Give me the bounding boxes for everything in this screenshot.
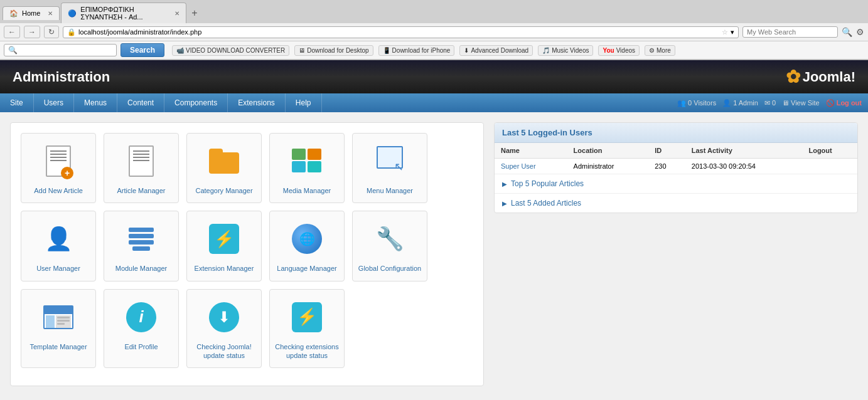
nav-messages[interactable]: ✉ 0 <box>764 99 776 107</box>
nav-extensions[interactable]: Extensions <box>228 93 286 112</box>
refresh-button[interactable]: ↻ <box>44 26 59 38</box>
admin-header: Administration ✿ Joomla! <box>0 60 868 93</box>
user-logout-cell <box>802 159 857 174</box>
tab-home-label: Home <box>22 9 40 17</box>
media-manager-icon-box <box>287 141 327 181</box>
addon-videos[interactable]: You Videos <box>598 45 640 56</box>
add-new-article-icon[interactable]: + Add New Article <box>21 133 96 203</box>
footer: Joomla! 2.5.9 Joomla!® is free software … <box>0 396 868 400</box>
menu-screen-icon: ↖ <box>375 146 405 176</box>
icon-grid: + Add New Article Article Manager <box>10 122 484 386</box>
user-manager-label: User Manager <box>36 264 80 273</box>
addon-desktop[interactable]: 🖥 Download for Desktop <box>294 45 373 56</box>
media-manager-label: Media Manager <box>283 186 331 195</box>
language-manager-icon[interactable]: 🌐 Language Manager <box>269 211 345 281</box>
global-configuration-icon[interactable]: 🔧 Global Configuration <box>352 211 427 281</box>
tab-home[interactable]: 🏠 Home ✕ <box>3 6 60 20</box>
nav-view-site[interactable]: 🖥 View Site <box>782 99 820 107</box>
nav-menus[interactable]: Menus <box>74 93 117 112</box>
user-name-cell[interactable]: Super User <box>495 159 567 174</box>
browser-search-input[interactable] <box>747 28 833 36</box>
media-grid-icon <box>292 149 322 174</box>
last-added-articles-label: Last 5 Added Articles <box>511 199 581 208</box>
youtube-icon: You <box>603 47 614 54</box>
logged-users-header: Last 5 Logged-in Users <box>495 123 857 143</box>
admin-count-label: 1 Admin <box>733 99 758 107</box>
language-manager-icon-box: 🌐 <box>287 219 327 259</box>
addon-advanced[interactable]: ⬇ Advanced Download <box>459 45 533 56</box>
edit-profile-icon[interactable]: i Edit Profile <box>104 289 179 369</box>
addon-more-label: More <box>656 47 671 54</box>
nav-components[interactable]: Components <box>164 93 228 112</box>
lightning-icon: ⚡ <box>209 224 239 254</box>
tab-bar: 🏠 Home ✕ 🔵 ΕΠΙΜΟΡΦΩΤΙΚΗ ΣΥΝΑΝΤΗΣΗ - Ad..… <box>0 0 868 23</box>
user-manager-icon[interactable]: 👤 User Manager <box>21 211 96 281</box>
nav-site[interactable]: Site <box>0 93 34 112</box>
wrench-icon: 🔧 <box>376 226 404 252</box>
addon-iphone[interactable]: 📱 Download for iPhone <box>378 45 455 56</box>
top-popular-articles-label: Top 5 Popular Articles <box>511 179 584 188</box>
menu-manager-icon-box: ↖ <box>370 141 410 181</box>
addon-more[interactable]: ⚙ More <box>645 45 675 56</box>
last-added-articles-row[interactable]: ▶ Last 5 Added Articles <box>495 194 857 213</box>
messages-icon: ✉ <box>764 99 770 107</box>
bookmark-down-icon[interactable]: ▾ <box>731 28 734 36</box>
page-search-input[interactable] <box>20 46 112 54</box>
browser-search-button[interactable]: 🔍 <box>842 27 852 37</box>
chevron-right-icon: ▶ <box>502 181 507 187</box>
tab-joomla-favicon: 🔵 <box>68 9 77 18</box>
article-manager-label: Article Manager <box>117 186 165 195</box>
addon-videos-label: Videos <box>616 47 635 54</box>
messages-count: 0 <box>772 99 776 107</box>
joomla-admin: Administration ✿ Joomla! Site Users Menu… <box>0 60 868 400</box>
video-icon: 📹 <box>176 47 184 54</box>
table-row: Super User Administrator 230 2013-03-30 … <box>495 159 857 174</box>
adv-icon: ⬇ <box>464 47 469 54</box>
browser-settings-button[interactable]: ⚙ <box>856 27 864 37</box>
check-extensions-icon-box: ⚡ <box>287 297 327 337</box>
nav-logout[interactable]: 🚫 Log out <box>826 99 862 107</box>
menu-manager-icon[interactable]: ↖ Menu Manager <box>352 133 427 203</box>
tab-joomla-close[interactable]: ✕ <box>174 10 179 17</box>
addon-video-converter[interactable]: 📹 VIDEO DOWNLOAD CONVERTER <box>172 45 289 56</box>
addon-music[interactable]: 🎵 Music Videos <box>538 45 593 56</box>
view-site-icon: 🖥 <box>782 99 789 107</box>
nav-help[interactable]: Help <box>286 93 322 112</box>
back-button[interactable]: ← <box>4 26 20 38</box>
tab-home-close[interactable]: ✕ <box>48 10 53 17</box>
nav-visitors: 👥 0 Visitors <box>677 99 716 107</box>
bookmark-icon[interactable]: ☆ <box>722 28 728 36</box>
icon-row-1: + Add New Article Article Manager <box>21 133 473 203</box>
addon-music-label: Music Videos <box>552 47 589 54</box>
template-manager-icon-box <box>38 297 78 337</box>
media-manager-icon[interactable]: Media Manager <box>269 133 345 203</box>
joomla-logo-text: Joomla! <box>803 69 855 85</box>
admin-content: + Add New Article Article Manager <box>0 112 868 396</box>
user-activity-cell: 2013-03-30 09:20:54 <box>685 159 803 174</box>
search-button[interactable]: Search <box>121 43 164 57</box>
nav-users[interactable]: Users <box>34 93 74 112</box>
article-manager-icon[interactable]: Article Manager <box>104 133 179 203</box>
new-tab-button[interactable]: + <box>188 6 201 20</box>
nav-content[interactable]: Content <box>117 93 164 112</box>
user-manager-icon-box: 👤 <box>38 219 78 259</box>
check-extensions-update-icon[interactable]: ⚡ Checking extensions update status <box>269 289 345 369</box>
col-location: Location <box>567 143 649 159</box>
check-joomla-update-icon[interactable]: ⬇ Checking Joomla! update status <box>186 289 262 369</box>
settings-icon: ⚙ <box>649 47 655 54</box>
address-input[interactable] <box>78 28 719 36</box>
browser-chrome: 🏠 Home ✕ 🔵 ΕΠΙΜΟΡΦΩΤΙΚΗ ΣΥΝΑΝΤΗΣΗ - Ad..… <box>0 0 868 60</box>
user-location-cell: Administrator <box>567 159 649 174</box>
col-logout: Logout <box>802 143 857 159</box>
person-icon: 👤 <box>45 226 73 252</box>
logout-label: Log out <box>837 99 862 107</box>
template-manager-icon[interactable]: Template Manager <box>21 289 96 369</box>
top-popular-articles-row[interactable]: ▶ Top 5 Popular Articles <box>495 174 857 194</box>
category-manager-icon[interactable]: Category Manager <box>186 133 262 203</box>
nav-admin-count: 👤 1 Admin <box>722 99 758 107</box>
forward-button[interactable]: → <box>24 26 40 38</box>
module-manager-icon[interactable]: Module Manager <box>104 211 179 281</box>
browser-search-bar[interactable] <box>742 26 838 38</box>
tab-joomla[interactable]: 🔵 ΕΠΙΜΟΡΦΩΤΙΚΗ ΣΥΝΑΝΤΗΣΗ - Ad... ✕ <box>61 3 186 23</box>
extension-manager-icon[interactable]: ⚡ Extension Manager <box>186 211 262 281</box>
